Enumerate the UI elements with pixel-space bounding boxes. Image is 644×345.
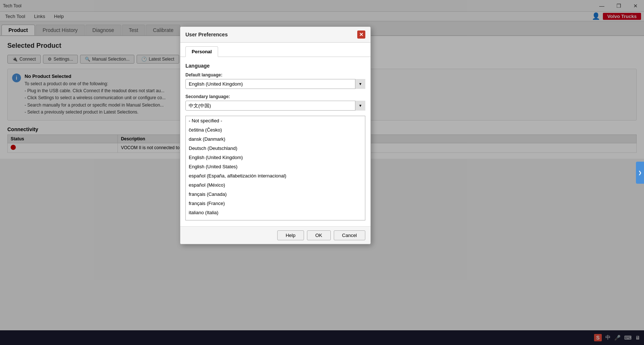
help-button[interactable]: Help: [277, 230, 304, 240]
listbox-item-not-specified[interactable]: - Not specified -: [186, 116, 365, 125]
listbox-item-dansk[interactable]: dansk (Danmark): [186, 134, 365, 144]
chevron-right-icon: ❯: [638, 170, 642, 175]
default-language-label: Default language:: [185, 72, 365, 78]
listbox-item-cestina[interactable]: čeština (Česko): [186, 125, 365, 134]
listbox-item-francais-ca[interactable]: français (Canada): [186, 190, 365, 199]
listbox-item-english-uk[interactable]: English (United Kingdom): [186, 153, 365, 162]
listbox-item-deutsch[interactable]: Deutsch (Deutschland): [186, 144, 365, 153]
secondary-language-label: Secondary language:: [185, 94, 365, 99]
ok-button[interactable]: OK: [307, 230, 331, 240]
dialog-tab-personal[interactable]: Personal: [185, 46, 218, 57]
listbox-item-english-us[interactable]: English (United States): [186, 162, 365, 171]
dialog-footer: Help OK Cancel: [180, 226, 370, 244]
secondary-language-dropdown-wrapper: 中文(中国) ▼: [185, 101, 365, 111]
language-section-title: Language: [185, 63, 365, 69]
language-listbox[interactable]: - Not specified - čeština (Česko) dansk …: [185, 116, 365, 220]
listbox-item-espanol-mx[interactable]: español (México): [186, 180, 365, 190]
listbox-item-espanol-es[interactable]: español (España, alfabetización internac…: [186, 171, 365, 180]
dialog-body: Language Default language: English (Unit…: [180, 57, 370, 226]
default-language-dropdown-wrapper: English (United Kingdom) ▼: [185, 79, 365, 89]
cancel-button[interactable]: Cancel: [334, 230, 365, 240]
listbox-item-francais-fr[interactable]: français (France): [186, 199, 365, 208]
dialog-title: User Preferences: [185, 32, 228, 37]
dialog-tab-bar: Personal: [180, 43, 370, 57]
dialog-close-button[interactable]: ✕: [357, 30, 365, 39]
secondary-language-select[interactable]: 中文(中国): [185, 101, 365, 111]
default-language-select[interactable]: English (United Kingdom): [185, 79, 365, 89]
listbox-item-italiano[interactable]: italiano (Italia): [186, 208, 365, 217]
side-expand-button[interactable]: ❯: [636, 162, 644, 184]
dialog-header: User Preferences ✕: [180, 27, 370, 43]
user-preferences-dialog: User Preferences ✕ Personal Language Def…: [180, 26, 371, 244]
